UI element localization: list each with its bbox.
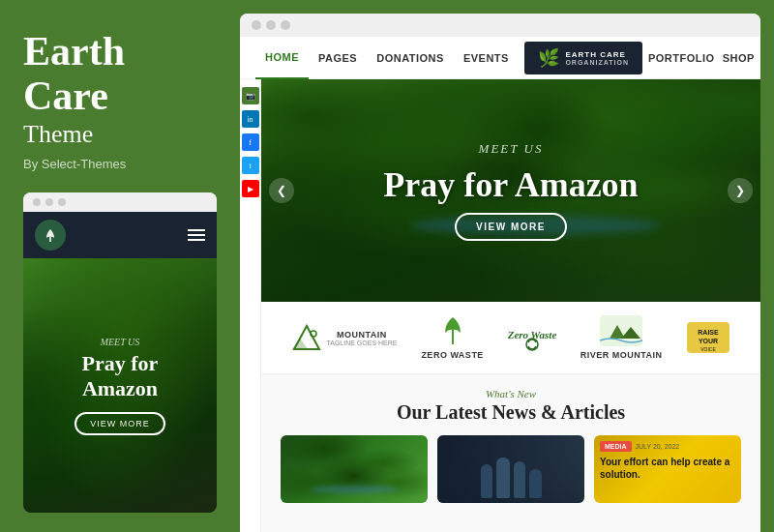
nav-logo-text: EARTH CARE ORGANIZATION (565, 50, 629, 66)
mobile-view-more-button[interactable]: VIEW MORE (74, 412, 165, 435)
facebook-icon[interactable]: f (242, 133, 259, 151)
news-card-3-text: Your effort can help create a solution. (600, 456, 735, 481)
author-label: By Select-Themes (23, 157, 217, 171)
nav-item-events[interactable]: EVENTS (454, 37, 519, 79)
theme-title: Earth Care Theme (23, 29, 217, 149)
nav-item-donations[interactable]: DONATIONS (367, 37, 454, 79)
nav-item-portfolio[interactable]: PORTFOLIO (648, 52, 715, 64)
browser-dot-1 (33, 198, 41, 206)
desktop-nav: HOME PAGES DONATIONS EVENTS 🌿 EARTH CARE… (240, 37, 760, 79)
news-section: What's New Our Latest News & Articles (261, 374, 760, 532)
mobile-hero: MEET US Pray for Amazon VIEW MORE (23, 258, 217, 513)
social-sidebar: 📷 in f t ▶ (240, 79, 261, 532)
desktop-dot-1 (252, 20, 261, 30)
desktop-preview: HOME PAGES DONATIONS EVENTS 🌿 EARTH CARE… (240, 14, 760, 532)
mobile-preview: MEET US Pray for Amazon VIEW MORE (23, 192, 217, 513)
news-card-1[interactable] (281, 435, 428, 503)
browser-dot-3 (58, 198, 66, 206)
svg-text:YOUR: YOUR (698, 338, 717, 344)
nav-logo: 🌿 EARTH CARE ORGANIZATION (524, 42, 642, 74)
mountain-logo-name: MOUNTAIN (326, 330, 397, 340)
news-cards-container: MEDIA JULY 20, 2022 Your effort can help… (281, 435, 741, 503)
mobile-nav (23, 212, 217, 258)
mobile-hamburger-icon[interactable] (188, 229, 205, 241)
nav-item-home[interactable]: HOME (255, 37, 309, 79)
news-card-2[interactable] (437, 435, 584, 503)
desktop-content: 📷 in f t ▶ MEET US Pray for (240, 79, 760, 532)
mobile-meet-us-label: MEET US (101, 337, 140, 347)
youtube-icon[interactable]: ▶ (242, 180, 259, 197)
hero-meet-us-label: MEET US (479, 141, 544, 157)
instagram-icon[interactable]: 📷 (242, 87, 259, 104)
news-date: JULY 20, 2022 (636, 443, 680, 450)
nav-item-pages[interactable]: PAGES (309, 37, 367, 79)
nav-logo-icon: 🌿 (538, 47, 560, 69)
title-earth: Earth (23, 29, 217, 74)
news-card-3[interactable]: MEDIA JULY 20, 2022 Your effort can help… (594, 435, 741, 503)
logo-zero-waste-1: ZERO WASTE (421, 315, 484, 360)
nav-item-shop[interactable]: SHOP (723, 52, 755, 64)
browser-dot-2 (45, 198, 53, 206)
logo-mountain: MOUNTAIN TAGLINE GOES HERE (292, 324, 397, 351)
desktop-browser-bar (240, 14, 760, 37)
river-mountain-label: RIVER MOUNTAIN (580, 350, 663, 360)
logo-river-mountain: RIVER MOUNTAIN (580, 315, 663, 360)
hero-content: MEET US Pray for Amazon VIEW MORE (261, 79, 760, 302)
mountain-logo-icon (292, 324, 321, 351)
zero-waste-circle-icon: Zero Waste (508, 323, 556, 352)
svg-marker-3 (292, 338, 308, 349)
nav-right-section: PORTFOLIO SHOP BLOG DONATE 🛒 (648, 46, 760, 69)
svg-text:VOICE: VOICE (700, 346, 716, 352)
hero-container: MEET US Pray for Amazon VIEW MORE ❮ ❯ (261, 79, 760, 532)
mobile-hero-title: Pray for Amazon (82, 351, 159, 402)
news-main-title: Our Latest News & Articles (281, 401, 741, 424)
title-theme: Theme (23, 120, 217, 149)
zero-waste-1-label: ZERO WASTE (421, 350, 484, 360)
hero-view-more-button[interactable]: VIEW MORE (455, 213, 567, 241)
logos-bar: MOUNTAIN TAGLINE GOES HERE ZERO WASTE (261, 302, 760, 374)
logo-raise-voice: RAISE YOUR VOICE (687, 322, 729, 353)
mobile-browser-bar (23, 192, 217, 212)
twitter-icon[interactable]: t (242, 157, 259, 174)
raise-voice-icon: RAISE YOUR VOICE (687, 322, 729, 353)
hero-section: MEET US Pray for Amazon VIEW MORE ❮ ❯ (261, 79, 760, 302)
title-care: Care (23, 74, 217, 118)
desktop-dot-3 (281, 20, 290, 30)
linkedin-icon[interactable]: in (242, 110, 259, 128)
left-panel: Earth Care Theme By Select-Themes (0, 0, 240, 532)
mountain-logo-sub: TAGLINE GOES HERE (326, 340, 397, 346)
svg-text:RAISE: RAISE (698, 329, 719, 336)
news-what-new-label: What's New (281, 388, 741, 399)
media-badge: MEDIA (600, 441, 632, 452)
logo-zero-waste-2: Zero Waste (508, 323, 556, 352)
desktop-dot-2 (266, 20, 276, 30)
hero-main-title: Pray for Amazon (383, 164, 638, 205)
news-card-badge: MEDIA JULY 20, 2022 (600, 441, 735, 452)
zero-waste-leaf-icon (439, 315, 466, 346)
mobile-logo (35, 220, 66, 251)
river-mountain-icon (600, 315, 642, 346)
